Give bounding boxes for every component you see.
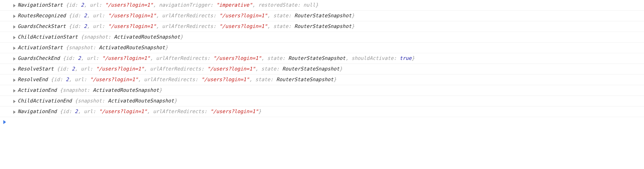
log-row[interactable]: ResolveStart {id: 2, url: "/users?login=… — [0, 64, 644, 75]
prop-key: snapshot: — [69, 45, 99, 51]
prop-value: "/users?login=1" — [108, 23, 156, 29]
expand-arrow-icon[interactable] — [13, 110, 16, 114]
expand-arrow-icon[interactable] — [13, 100, 16, 103]
prop-key: url: — [90, 2, 105, 8]
close-brace: } — [165, 45, 168, 51]
expand-arrow-icon[interactable] — [13, 15, 16, 18]
log-row[interactable]: ActivationStart {snapshot: ActivatedRout… — [0, 43, 644, 53]
prop-value: true — [400, 55, 412, 61]
expand-arrow-icon[interactable] — [13, 89, 16, 92]
separator: , — [150, 55, 156, 61]
log-content: ChildActivationEnd {snapshot: ActivatedR… — [18, 97, 177, 104]
log-row[interactable]: ResolveEnd {id: 2, url: "/users?login=1"… — [0, 75, 644, 85]
prop-value: "/users?login=1" — [207, 66, 255, 72]
close-brace: } — [180, 34, 183, 40]
log-content: RoutesRecognized {id: 2, url: "/users?lo… — [18, 12, 355, 19]
separator: , — [261, 55, 267, 61]
open-brace: { — [69, 13, 72, 19]
prop-value: "/users?login=1" — [219, 13, 267, 19]
prop-key: restoredState: — [258, 2, 303, 8]
close-brace: } — [315, 2, 318, 8]
prop-key: navigationTrigger: — [159, 2, 216, 8]
separator: , — [81, 55, 87, 61]
log-content: GuardsCheckStart {id: 2, url: "/users?lo… — [18, 23, 355, 30]
prop-key: urlAfterRedirects: — [150, 66, 207, 72]
close-brace: } — [412, 55, 415, 61]
separator: , — [87, 13, 93, 19]
prop-key: snapshot: — [63, 87, 93, 93]
prop-key: id: — [63, 108, 75, 114]
expand-arrow-icon[interactable] — [13, 57, 16, 61]
prop-value: "/users?login=1" — [108, 13, 156, 19]
log-row[interactable]: ChildActivationEnd {snapshot: ActivatedR… — [0, 96, 644, 106]
event-name: RoutesRecognized — [18, 13, 69, 19]
log-row[interactable]: ActivationEnd {snapshot: ActivatedRouteS… — [0, 85, 644, 96]
expand-arrow-icon[interactable] — [13, 25, 16, 29]
prop-value: null — [303, 2, 315, 8]
prop-key: shouldActivate: — [351, 55, 400, 61]
prop-value: "/users?login=1" — [219, 23, 267, 29]
prop-value: RouterStateSnapshot — [294, 23, 352, 29]
prop-key: url: — [75, 77, 90, 83]
open-brace: { — [75, 98, 78, 104]
log-content: NavigationEnd {id: 2, url: "/users?login… — [18, 108, 261, 115]
expand-arrow-icon[interactable] — [13, 47, 16, 50]
prop-key: snapshot: — [78, 98, 108, 104]
prop-value: "/users?login=1" — [99, 108, 147, 114]
expand-arrow-icon[interactable] — [13, 36, 16, 39]
prop-key: state: — [273, 23, 294, 29]
event-name: GuardsCheckStart — [18, 23, 69, 29]
close-brace: } — [339, 66, 342, 72]
prop-value: RouterStateSnapshot — [294, 13, 352, 19]
prop-key: urlAfterRedirects: — [153, 108, 210, 114]
separator: , — [249, 77, 255, 83]
console-output: NavigationStart {id: 2, url: "/users?log… — [0, 0, 644, 117]
separator: , — [252, 2, 258, 8]
prop-key: url: — [84, 108, 99, 114]
prop-key: urlAfterRedirects: — [162, 23, 219, 29]
prop-value: "/users?login=1" — [213, 55, 261, 61]
log-row[interactable]: GuardsCheckEnd {id: 2, url: "/users?logi… — [0, 53, 644, 64]
prop-key: state: — [261, 66, 282, 72]
console-prompt[interactable] — [0, 117, 644, 128]
prop-value: "/users?login=1" — [201, 77, 249, 83]
event-name: NavigationStart — [18, 2, 66, 8]
separator: , — [69, 77, 75, 83]
expand-arrow-icon[interactable] — [13, 4, 16, 7]
prop-key: url: — [93, 23, 108, 29]
log-row[interactable]: RoutesRecognized {id: 2, url: "/users?lo… — [0, 11, 644, 21]
prop-value: RouterStateSnapshot — [288, 55, 346, 61]
event-name: GuardsCheckEnd — [18, 55, 63, 61]
log-row[interactable]: NavigationStart {id: 2, url: "/users?log… — [0, 0, 644, 11]
prop-key: state: — [273, 13, 294, 19]
prop-key: id: — [66, 55, 78, 61]
event-name: NavigationEnd — [18, 108, 60, 114]
expand-arrow-icon[interactable] — [13, 68, 16, 71]
separator: , — [138, 77, 144, 83]
log-row[interactable]: ChildActivationStart {snapshot: Activate… — [0, 32, 644, 43]
prop-value: 2 — [78, 55, 81, 61]
prop-value: "/users?login=1" — [96, 66, 144, 72]
prop-key: id: — [54, 77, 66, 83]
log-row[interactable]: NavigationEnd {id: 2, url: "/users?login… — [0, 106, 644, 117]
log-content: ResolveEnd {id: 2, url: "/users?login=1"… — [18, 76, 336, 83]
separator: , — [153, 2, 159, 8]
separator: , — [156, 13, 162, 19]
separator: , — [87, 23, 93, 29]
chevron-right-icon — [3, 120, 6, 124]
separator: , — [345, 55, 351, 61]
expand-arrow-icon[interactable] — [13, 79, 16, 82]
close-brace: } — [174, 98, 177, 104]
open-brace: { — [66, 2, 69, 8]
separator: , — [255, 66, 261, 72]
separator: , — [75, 66, 81, 72]
prop-value: ActivatedRouteSnapshot — [93, 87, 159, 93]
prop-value: 2 — [81, 2, 84, 8]
separator: , — [267, 13, 273, 19]
separator: , — [147, 108, 153, 114]
close-brace: } — [159, 87, 162, 93]
prop-value: 2 — [84, 23, 87, 29]
prop-value: RouterStateSnapshot — [276, 77, 334, 83]
log-content: ResolveStart {id: 2, url: "/users?login=… — [18, 66, 342, 73]
log-row[interactable]: GuardsCheckStart {id: 2, url: "/users?lo… — [0, 21, 644, 32]
